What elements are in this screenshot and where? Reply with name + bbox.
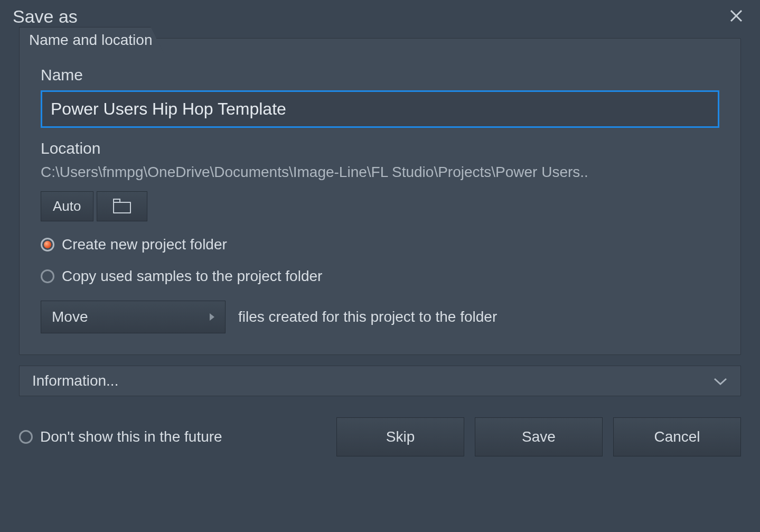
close-icon: [729, 9, 743, 23]
save-button[interactable]: Save: [475, 417, 603, 456]
chevron-right-icon: [210, 313, 214, 321]
browse-folder-button[interactable]: [97, 191, 147, 221]
file-action-dropdown[interactable]: Move: [41, 301, 226, 333]
close-button[interactable]: [725, 5, 747, 27]
auto-button[interactable]: Auto: [41, 191, 93, 221]
copy-samples-radio-row[interactable]: Copy used samples to the project folder: [41, 268, 719, 285]
radio-icon: [41, 269, 54, 283]
name-location-panel: Name and location Name Location C:\Users…: [19, 38, 741, 355]
dialog-title: Save as: [13, 6, 78, 27]
dropdown-value: Move: [52, 309, 88, 325]
folder-icon: [113, 200, 131, 213]
copy-samples-label: Copy used samples to the project folder: [62, 268, 322, 285]
create-folder-radio-row[interactable]: Create new project folder: [41, 236, 719, 253]
name-input[interactable]: [41, 90, 719, 128]
dont-show-label: Don't show this in the future: [40, 428, 222, 445]
save-as-dialog: Save as Name and location Name Location …: [0, 0, 760, 532]
location-label: Location: [41, 139, 719, 157]
dialog-footer: Don't show this in the future Skip Save …: [19, 417, 741, 456]
create-folder-label: Create new project folder: [62, 236, 227, 253]
skip-button[interactable]: Skip: [336, 417, 464, 456]
cancel-button[interactable]: Cancel: [613, 417, 741, 456]
radio-icon: [41, 238, 54, 251]
radio-icon: [19, 430, 33, 444]
information-label: Information...: [32, 372, 118, 389]
panel-tab-label: Name and location: [19, 27, 164, 54]
dropdown-suffix-text: files created for this project to the fo…: [238, 309, 497, 325]
information-expander[interactable]: Information...: [19, 366, 741, 396]
location-path-text: C:\Users\fnmpg\OneDrive\Documents\Image-…: [41, 164, 719, 181]
name-label: Name: [41, 66, 719, 84]
dont-show-checkbox-row[interactable]: Don't show this in the future: [19, 428, 222, 445]
chevron-down-icon: [713, 372, 728, 389]
